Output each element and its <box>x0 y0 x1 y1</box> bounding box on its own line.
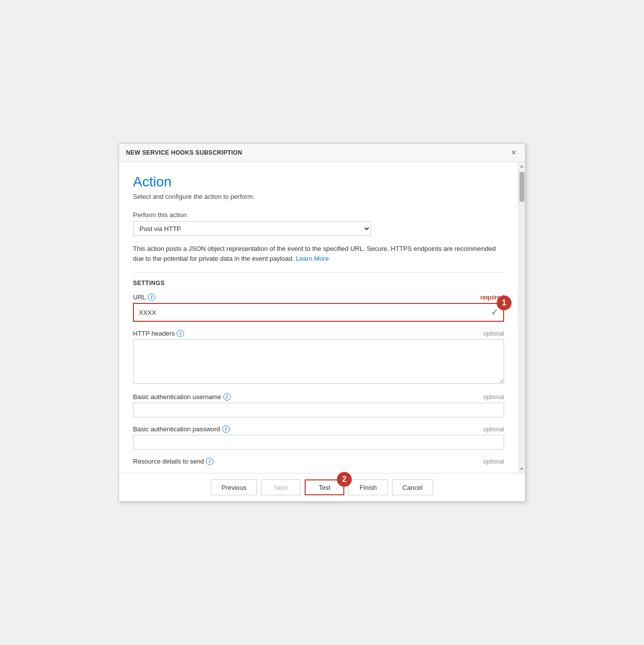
learn-more-link[interactable]: Learn More <box>296 255 328 262</box>
perform-action-section: Perform this action Post via HTTP <box>133 211 504 236</box>
resource-details-info-icon[interactable]: i <box>206 458 213 465</box>
dialog-title: NEW SERVICE HOOKS SUBSCRIPTION <box>126 149 242 156</box>
http-headers-label: HTTP headers i <box>133 330 184 337</box>
section-divider <box>133 272 504 273</box>
close-button[interactable]: × <box>510 148 518 158</box>
resource-details-label: Resource details to send i <box>133 458 213 465</box>
scrollbar: ▲ ▼ <box>518 162 525 473</box>
test-button-wrapper: 2 Test <box>305 479 344 495</box>
resource-details-label-row: Resource details to send i optional <box>133 458 504 465</box>
step-badge-1: 1 <box>497 295 512 310</box>
url-info-icon[interactable]: i <box>148 293 155 301</box>
dialog-content: Action Select and configure the action t… <box>119 162 518 473</box>
dialog-footer: Previous Next 2 Test Finish Cancel <box>119 473 525 501</box>
dialog-body: Action Select and configure the action t… <box>119 162 525 473</box>
finish-button[interactable]: Finish <box>348 479 388 495</box>
page-heading: Action <box>133 174 504 190</box>
url-highlight: ✓ <box>133 303 504 322</box>
url-label: URL i <box>133 293 155 301</box>
page-subtitle: Select and configure the action to perfo… <box>133 193 504 200</box>
basic-auth-password-label-row: Basic authentication password i optional <box>133 425 504 433</box>
url-label-row: URL i required <box>133 293 504 301</box>
url-field-wrapper: ✓ <box>135 305 502 320</box>
description-section: This action posts a JSON object represen… <box>133 244 504 263</box>
basic-auth-username-info-icon[interactable]: i <box>223 393 231 401</box>
basic-auth-password-label: Basic authentication password i <box>133 425 230 433</box>
basic-auth-username-section: Basic authentication username i optional <box>133 393 504 417</box>
http-headers-label-row: HTTP headers i optional <box>133 330 504 337</box>
url-input[interactable] <box>135 305 502 320</box>
http-headers-info-icon[interactable]: i <box>177 330 184 337</box>
basic-auth-username-input[interactable] <box>133 403 504 417</box>
perform-action-select[interactable]: Post via HTTP <box>133 221 371 236</box>
dialog: NEW SERVICE HOOKS SUBSCRIPTION × Action … <box>119 143 525 502</box>
basic-auth-password-section: Basic authentication password i optional <box>133 425 504 450</box>
basic-auth-password-input[interactable] <box>133 435 504 450</box>
basic-auth-username-label: Basic authentication username i <box>133 393 231 401</box>
http-headers-textarea[interactable] <box>133 339 504 384</box>
http-headers-optional: optional <box>483 330 504 337</box>
basic-auth-password-optional: optional <box>483 426 504 433</box>
http-headers-section: HTTP headers i optional <box>133 330 504 385</box>
basic-auth-password-info-icon[interactable]: i <box>222 425 230 433</box>
scrollbar-down-button[interactable]: ▼ <box>518 465 525 473</box>
perform-action-label: Perform this action <box>133 211 504 219</box>
scrollbar-up-button[interactable]: ▲ <box>518 162 525 170</box>
scrollbar-thumb[interactable] <box>519 172 524 202</box>
url-field-section: URL i required 1 ✓ <box>133 293 504 322</box>
settings-heading: SETTINGS <box>133 280 504 287</box>
resource-details-section: Resource details to send i optional <box>133 458 504 465</box>
basic-auth-username-label-row: Basic authentication username i optional <box>133 393 504 401</box>
dialog-titlebar: NEW SERVICE HOOKS SUBSCRIPTION × <box>119 144 525 162</box>
resource-details-optional: optional <box>483 458 504 465</box>
next-button[interactable]: Next <box>261 479 301 495</box>
previous-button[interactable]: Previous <box>211 479 257 495</box>
cancel-button[interactable]: Cancel <box>392 479 433 495</box>
url-check-icon: ✓ <box>491 307 498 318</box>
basic-auth-username-optional: optional <box>483 394 504 401</box>
step-badge-2: 2 <box>337 472 352 487</box>
